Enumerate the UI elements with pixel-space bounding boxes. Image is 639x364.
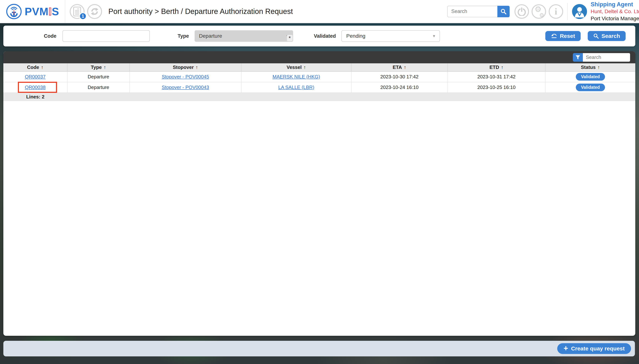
logout-button[interactable] (514, 4, 529, 19)
filter-panel: Code Type Departure ▼ * Validated Pendin… (3, 26, 635, 46)
reset-button[interactable]: Reset (545, 31, 581, 41)
eta-cell: 2023-10-24 16:10 (351, 82, 448, 93)
code-link[interactable]: QR00038 (25, 84, 46, 90)
global-search (447, 6, 510, 17)
sort-arrow-icon: ↑ (501, 64, 503, 70)
anchor-logo-icon (6, 3, 22, 20)
global-search-button[interactable] (497, 6, 510, 17)
table-header-row: Code↑ Type↑ Stopover↑ Vessel↑ ETA↑ ETD↑ … (3, 63, 635, 72)
sort-arrow-icon: ↑ (597, 64, 600, 70)
search-icon (500, 8, 507, 15)
vessel-link[interactable]: MAERSK NILE (HKG) (272, 74, 320, 80)
refresh-icon (90, 7, 99, 16)
column-header-status[interactable]: Status↑ (545, 63, 635, 72)
sort-arrow-icon: ↑ (104, 64, 106, 70)
vessel-link[interactable]: LA SALLE (LBR) (278, 84, 314, 90)
type-cell: Departure (67, 72, 130, 82)
app-header: PVMIS 1 Port authority > Berth / Departu… (0, 0, 639, 23)
type-select-value: Departure (199, 33, 222, 39)
column-header-etd[interactable]: ETD↑ (448, 63, 545, 72)
info-icon: i (555, 6, 557, 16)
filter-funnel-icon (575, 55, 580, 60)
column-header-code[interactable]: Code↑ (3, 63, 67, 72)
filter-toggle-button[interactable] (573, 53, 583, 62)
requests-table: Code↑ Type↑ Stopover↑ Vessel↑ ETA↑ ETD↑ … (3, 63, 635, 101)
sort-arrow-icon: ↑ (303, 64, 306, 70)
search-icon (593, 33, 599, 39)
validated-select-value: Pending (346, 33, 365, 39)
table-row: QR00037 Departure Stopover - POV00045 MA… (3, 72, 635, 82)
validated-select[interactable]: Pending ▼ (342, 30, 440, 42)
stopover-link[interactable]: Stopover - POV00043 (162, 84, 209, 90)
etd-cell: 2023-10-31 17:42 (448, 72, 545, 82)
info-button[interactable]: i (549, 4, 563, 19)
status-badge: Validated (576, 84, 605, 91)
sort-arrow-icon: ↑ (196, 64, 198, 70)
code-link[interactable]: QR00037 (25, 74, 46, 80)
type-cell: Departure (67, 82, 130, 93)
validated-label: Validated (314, 33, 336, 39)
breadcrumb: Port authority > Berth / Departure Autho… (108, 7, 293, 16)
results-panel: Code↑ Type↑ Stopover↑ Vessel↑ ETA↑ ETD↑ … (3, 51, 635, 336)
list-search-input[interactable] (583, 53, 630, 62)
required-mark: * (287, 35, 292, 41)
column-header-type[interactable]: Type↑ (67, 63, 130, 72)
list-toolbar (3, 51, 635, 63)
table-footer-row: Lines: 2 (3, 93, 635, 101)
code-label: Code (44, 33, 57, 39)
status-badge: Validated (576, 73, 605, 80)
user-organization: Port Victoria Managem (591, 15, 639, 22)
power-icon (517, 7, 526, 16)
user-company: Hunt, Deltel & Co. Ltd (591, 8, 639, 15)
user-avatar[interactable] (572, 4, 587, 19)
logo-text: PVMIS (25, 5, 59, 18)
global-search-input[interactable] (447, 6, 497, 17)
sort-arrow-icon: ↑ (41, 64, 44, 70)
etd-cell: 2023-10-25 16:10 (448, 82, 545, 93)
column-header-vessel[interactable]: Vessel↑ (241, 63, 351, 72)
reset-icon (551, 33, 557, 39)
refresh-button[interactable] (87, 4, 102, 19)
notification-badge: 1 (79, 12, 87, 20)
settings-button[interactable]: ⚙ ⚙ (532, 4, 546, 19)
type-label: Type (178, 33, 189, 39)
code-input[interactable] (63, 30, 150, 42)
settings-gears-icon: ⚙ ⚙ (534, 7, 543, 16)
type-select: Departure ▼ * (195, 30, 293, 42)
header-divider (567, 3, 568, 20)
app-logo[interactable]: PVMIS (0, 0, 65, 23)
pending-requests-button[interactable]: 1 (70, 4, 85, 19)
user-role: Shipping Agent (591, 1, 639, 8)
table-row: QR00038 Departure Stopover - POV00043 LA… (3, 82, 635, 93)
column-header-eta[interactable]: ETA↑ (351, 63, 448, 72)
eta-cell: 2023-10-30 17:42 (351, 72, 448, 82)
create-quay-request-button[interactable]: + Create quay request (557, 343, 631, 354)
lines-count: Lines: 2 (3, 94, 67, 100)
sort-arrow-icon: ↑ (404, 64, 406, 70)
column-header-stopover[interactable]: Stopover↑ (130, 63, 241, 72)
filter-search-button[interactable]: Search (588, 31, 626, 41)
bottom-action-bar: + Create quay request (3, 341, 635, 356)
chevron-down-icon: ▼ (432, 34, 436, 38)
stopover-link[interactable]: Stopover - POV00045 (162, 74, 209, 80)
user-info: Shipping Agent Hunt, Deltel & Co. Ltd Po… (591, 1, 639, 22)
